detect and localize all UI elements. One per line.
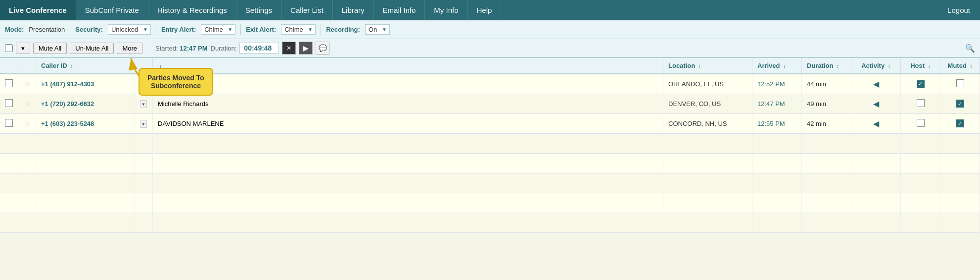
th-duration[interactable]: Duration ↕: [802, 58, 851, 74]
th-arrived[interactable]: Arrived ↓: [752, 58, 802, 74]
entry-alert-select[interactable]: Chime: [201, 24, 235, 35]
row-checkbox[interactable]: [5, 119, 13, 127]
stop-button[interactable]: ✕: [282, 42, 296, 55]
more-button[interactable]: More: [117, 43, 142, 54]
select-chevron-button[interactable]: ▾: [16, 43, 30, 54]
play-button[interactable]: ▶: [299, 42, 313, 55]
nav-history-recordings[interactable]: History & Recordings: [148, 0, 236, 20]
caller-id-sort-icon[interactable]: ↕: [70, 63, 73, 69]
speaker-icon[interactable]: ◀: [873, 119, 879, 128]
row-expand-cell[interactable]: ▾: [135, 94, 153, 113]
duration-box: Duration: 00:49:48 ✕ ▶ 💬: [211, 42, 330, 55]
empty-cell: [153, 153, 663, 173]
duration-sort-icon[interactable]: ↕: [837, 63, 839, 69]
row-location-cell: CONCORD, NH, US: [663, 113, 752, 133]
empty-cell: [153, 193, 663, 213]
th-star: [18, 58, 36, 74]
host-checkbox[interactable]: [917, 119, 925, 127]
arrived-sort-icon[interactable]: ↓: [783, 63, 786, 69]
row-activity-cell[interactable]: ◀: [851, 94, 901, 113]
muted-checkbox[interactable]: [956, 79, 964, 87]
search-button[interactable]: 🔍: [965, 44, 975, 53]
row-expand-button[interactable]: ▾: [140, 120, 147, 128]
chat-button[interactable]: 💬: [316, 42, 329, 55]
exit-alert-select[interactable]: Chime: [281, 24, 316, 35]
row-host-cell[interactable]: [901, 94, 940, 113]
row-expand-button[interactable]: ▾: [140, 100, 147, 108]
empty-cell: [18, 193, 36, 213]
row-checkbox[interactable]: [5, 99, 13, 107]
row-checkbox-cell[interactable]: [0, 94, 18, 113]
row-muted-cell[interactable]: [940, 74, 980, 94]
star-icon[interactable]: ☆: [24, 100, 31, 108]
row-muted-cell[interactable]: ✓: [940, 94, 980, 113]
host-checkbox-checked[interactable]: ✓: [917, 80, 925, 88]
nav-email-info[interactable]: Email Info: [374, 0, 425, 20]
th-duration-label: Duration: [807, 62, 833, 69]
unmute-all-button[interactable]: Un-Mute All: [70, 43, 114, 54]
started-info: Started: 12:47 PM: [155, 45, 208, 52]
row-arrived-cell: 12:55 PM: [752, 113, 802, 133]
empty-cell: [0, 193, 18, 213]
nav-settings[interactable]: Settings: [236, 0, 281, 20]
row-star-cell[interactable]: ☆: [18, 113, 36, 133]
row-expand-cell[interactable]: ▾: [135, 113, 153, 133]
row-name: Michelle Richards: [158, 100, 209, 108]
speaker-icon[interactable]: ◀: [873, 80, 879, 88]
star-icon[interactable]: ☆: [24, 80, 31, 88]
empty-cell: [851, 133, 901, 153]
nav-library[interactable]: Library: [333, 0, 374, 20]
security-dropdown-wrap: Unlocked ▼: [108, 24, 151, 35]
mute-all-button[interactable]: Mute All: [33, 43, 67, 54]
muted-checkbox-checked[interactable]: ✓: [956, 100, 964, 108]
row-checkbox[interactable]: [5, 79, 13, 87]
th-activity[interactable]: Activity ↕: [851, 58, 901, 74]
empty-row: [0, 153, 980, 173]
empty-cell: [752, 153, 802, 173]
select-all-checkbox[interactable]: [5, 44, 13, 52]
nav-live-conference[interactable]: Live Conference: [0, 0, 76, 20]
row-star-cell[interactable]: ☆: [18, 74, 36, 94]
nav-subconf-private[interactable]: SubConf Private: [76, 0, 148, 20]
nav-my-info[interactable]: My Info: [425, 0, 467, 20]
row-muted-cell[interactable]: ✓: [940, 113, 980, 133]
empty-cell: [901, 193, 940, 213]
nav-help[interactable]: Help: [467, 0, 501, 20]
row-host-cell[interactable]: [901, 113, 940, 133]
row-star-cell[interactable]: ☆: [18, 94, 36, 113]
th-caller-id[interactable]: Caller ID ↕: [36, 58, 135, 74]
muted-sort-icon[interactable]: ↕: [970, 63, 972, 69]
nav-caller-list[interactable]: Caller List: [281, 0, 333, 20]
th-check: [0, 58, 18, 74]
recording-select[interactable]: On: [365, 24, 390, 35]
th-caller-id-label: Caller ID: [41, 62, 67, 69]
host-checkbox[interactable]: [917, 99, 925, 107]
empty-cell: [752, 133, 802, 153]
row-host-cell[interactable]: ✓: [901, 74, 940, 94]
empty-cell: [901, 153, 940, 173]
host-sort-icon[interactable]: ↓: [928, 63, 931, 69]
th-name[interactable]: ↕: [153, 58, 663, 74]
activity-sort-icon[interactable]: ↕: [888, 63, 890, 69]
location-sort-icon[interactable]: ↕: [699, 63, 701, 69]
row-checkbox-cell[interactable]: [0, 74, 18, 94]
row-arrived-cell: 12:52 PM: [752, 74, 802, 94]
empty-cell: [36, 173, 135, 193]
empty-cell: [851, 173, 901, 193]
logout-button[interactable]: Logout: [937, 0, 980, 20]
th-muted[interactable]: Muted ↕: [940, 58, 980, 74]
exit-alert-dropdown-wrap: Chime ▼: [281, 24, 316, 35]
row-checkbox-cell[interactable]: [0, 113, 18, 133]
empty-cell: [802, 173, 851, 193]
security-select[interactable]: Unlocked: [108, 24, 151, 35]
th-host[interactable]: Host ↓: [901, 58, 940, 74]
empty-cell: [135, 193, 153, 213]
speaker-icon[interactable]: ◀: [873, 100, 879, 108]
th-location[interactable]: Location ↕: [663, 58, 752, 74]
star-icon[interactable]: ☆: [24, 119, 31, 128]
empty-cell: [663, 213, 752, 232]
mode-label: Mode:: [5, 26, 24, 33]
row-activity-cell[interactable]: ◀: [851, 113, 901, 133]
muted-checkbox-checked[interactable]: ✓: [956, 119, 964, 127]
row-activity-cell[interactable]: ◀: [851, 74, 901, 94]
